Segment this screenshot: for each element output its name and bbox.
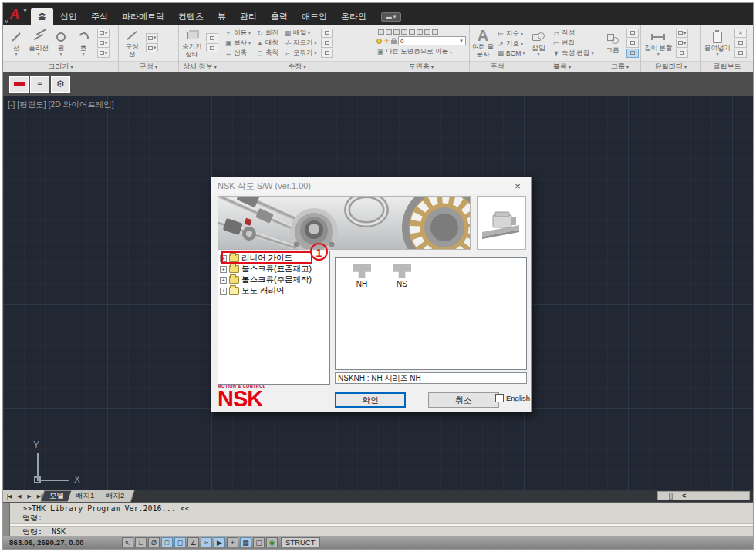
ok-button[interactable]: 확인 <box>335 392 406 408</box>
scroll-left-arrow[interactable]: < <box>682 492 686 500</box>
list-item-ns[interactable]: NS <box>386 264 417 288</box>
tree-item-ballscrew-stock[interactable]: + 볼스크류(표준재고) <box>220 264 329 274</box>
tool-line[interactable]: 선▾ <box>6 30 26 56</box>
tree-item-ballscrew-custom[interactable]: + 볼스크류(주문제작) <box>220 274 329 285</box>
tab-scrollbar[interactable]: < <box>657 491 750 500</box>
panel-label-draw[interactable]: 그리기 <box>3 61 118 72</box>
app-menu-button[interactable]: A M ▼ <box>3 5 26 25</box>
panel-label-construct[interactable]: 구성 <box>119 61 178 72</box>
tool-move[interactable]: +이동▾ <box>224 29 251 38</box>
toggle-otrack[interactable]: ≈ <box>201 537 212 547</box>
toggle-ortho[interactable]: □ <box>161 537 173 547</box>
layer-tool-icon[interactable] <box>386 29 392 35</box>
ribbon-tab-home[interactable]: 홈 <box>31 8 53 25</box>
ribbon-tab-annotate[interactable]: 주석 <box>84 8 115 25</box>
tool-copy-clip[interactable] <box>734 39 747 48</box>
panel-label-block[interactable]: 블록 <box>525 61 599 72</box>
ribbon-tab-output[interactable]: 출력 <box>264 8 295 25</box>
toggle-snap[interactable]: ∟ <box>135 537 147 547</box>
toggle-dyn[interactable]: ▶ <box>214 537 225 547</box>
layer-select[interactable]: 0▼ <box>398 36 466 45</box>
tool-dimension[interactable]: ⊢지수▾ <box>497 29 525 39</box>
tool-modify-c[interactable] <box>321 49 333 58</box>
expand-plus-icon[interactable]: + <box>220 288 227 295</box>
viewport-controls-label[interactable]: [-] [평면도] [2D 와이어프레임] <box>8 99 114 110</box>
tool-circle[interactable]: 원▾ <box>51 30 71 56</box>
toggle-polar[interactable]: ◻ <box>174 537 186 547</box>
toggle-sc[interactable]: ◉ <box>266 537 278 547</box>
tool-attr-edit[interactable]: ▼속성 편집▾ <box>552 49 593 58</box>
ribbon-tab-insert[interactable]: 삽입 <box>53 8 84 25</box>
toggle-infer[interactable]: ↖ <box>122 537 133 547</box>
tool-construct-a[interactable]: ▾ <box>146 33 158 42</box>
command-input-line[interactable]: 명령: _NSK <box>10 527 753 536</box>
tool-polyline[interactable]: 폴리선▾ <box>29 30 49 56</box>
tool-modify-a[interactable] <box>321 29 333 38</box>
expand-plus-icon[interactable]: + <box>220 277 227 284</box>
tool-insert-block[interactable]: 삽입▾ <box>528 30 548 56</box>
list-item-nh[interactable]: NH <box>346 264 377 288</box>
tool-rotate[interactable]: ↻회전 <box>256 29 278 38</box>
tool-trim[interactable]: -/-자르기▾ <box>284 39 317 48</box>
layer-thaw-icon[interactable]: ☀ <box>383 38 390 44</box>
layer-tool-icon[interactable] <box>393 29 400 35</box>
tool-utility-b[interactable]: ▾ <box>676 39 688 48</box>
panel-label-detail[interactable]: 상세 정보 <box>179 61 221 72</box>
list-button[interactable]: ≡ <box>30 76 49 93</box>
tool-measure[interactable]: 길이 분할▾ <box>644 30 672 56</box>
panel-label-clipboard[interactable]: 클립보드 <box>701 61 753 72</box>
tool-mtext[interactable]: A 여러 줄 문자 <box>473 29 493 58</box>
dialog-titlebar[interactable]: NSK 작도 S/W (ver.1.00) × <box>211 177 531 194</box>
ribbon-tab-addin[interactable]: 애드인 <box>295 8 334 25</box>
scroll-grip[interactable] <box>669 493 673 500</box>
tool-utility-c[interactable] <box>676 49 688 58</box>
panel-label-modify[interactable]: 수정 <box>221 61 373 72</box>
cancel-button[interactable]: 취소 <box>428 392 499 408</box>
struct-button[interactable]: STRUCT <box>281 537 320 547</box>
tool-fillet[interactable]: ⌐모깎기▾ <box>284 49 317 58</box>
toggle-osnap[interactable]: ∠ <box>187 537 199 547</box>
layer-tool-icon[interactable] <box>424 29 430 35</box>
panel-label-group[interactable]: 그룹 <box>599 61 640 72</box>
settings-button[interactable]: ⚙ <box>51 76 70 93</box>
tool-modify-b[interactable] <box>321 39 333 48</box>
expand-plus-icon[interactable]: + <box>220 266 227 273</box>
first-tab-button[interactable]: |◀ <box>5 493 14 500</box>
tool-rectangle[interactable]: ▾ <box>97 29 110 38</box>
command-history[interactable]: >>THK Library Program Ver.2016... << 명령: <box>10 503 753 523</box>
layer-tool-icon[interactable] <box>417 29 423 35</box>
tool-block-create[interactable]: ▱작성 <box>552 29 593 38</box>
tool-detail-b[interactable] <box>206 43 218 52</box>
ribbon-tab-manage[interactable]: 관리 <box>233 8 264 25</box>
ribbon-tab-online[interactable]: 온라인 <box>334 8 373 25</box>
layer-tool-icon[interactable] <box>401 29 407 35</box>
tab-layout2[interactable]: 배치2 <box>98 490 135 502</box>
tool-array[interactable]: ▦배열▾ <box>284 29 317 38</box>
ribbon-tab-content[interactable]: 컨텐츠 <box>171 8 211 25</box>
tool-group-edit[interactable] <box>626 39 639 48</box>
ribbon-display-toggle[interactable]: ▬ ▾ <box>381 12 401 22</box>
tool-block-edit[interactable]: ▭편집 <box>552 39 593 48</box>
tool-paste-special[interactable] <box>734 49 747 58</box>
layer-lock-icon[interactable] <box>391 40 397 44</box>
tool-move-layer[interactable]: ▣다른 도면층으로 이동▾ <box>376 47 466 56</box>
nsk-plugin-button[interactable] <box>9 76 29 93</box>
tool-hide-state[interactable]: 숨기기 상태 <box>182 29 202 58</box>
tool-construction-line[interactable]: 구성 선 <box>122 29 142 58</box>
tool-group[interactable]: 그룹 <box>602 32 623 54</box>
command-window-grip[interactable] <box>3 503 10 536</box>
panel-label-utility[interactable]: 유틸리티 <box>641 61 700 72</box>
panel-label-layers[interactable]: 도면층 <box>373 61 469 72</box>
viewport-canvas[interactable]: [-] [평면도] [2D 와이어프레임] Y X NSK 작도 S/W (ve… <box>3 96 753 490</box>
toggle-lwt[interactable]: + <box>227 537 238 547</box>
layer-tool-icon[interactable] <box>409 29 415 35</box>
toggle-ducs[interactable]: ▦ <box>240 537 251 547</box>
panel-label-annotate[interactable]: 주석 <box>470 61 525 72</box>
tool-detail-a[interactable] <box>206 33 218 42</box>
tool-mirror[interactable]: ▲대칭 <box>256 39 278 48</box>
prev-tab-button[interactable]: ◀ <box>15 493 24 500</box>
tool-paste[interactable]: 붙여넣기▾ <box>704 30 731 56</box>
toggle-qp[interactable]: ▢ <box>253 537 265 547</box>
tool-construct-b[interactable]: ▾ <box>146 43 158 52</box>
ribbon-tab-view[interactable]: 뷰 <box>211 8 233 25</box>
